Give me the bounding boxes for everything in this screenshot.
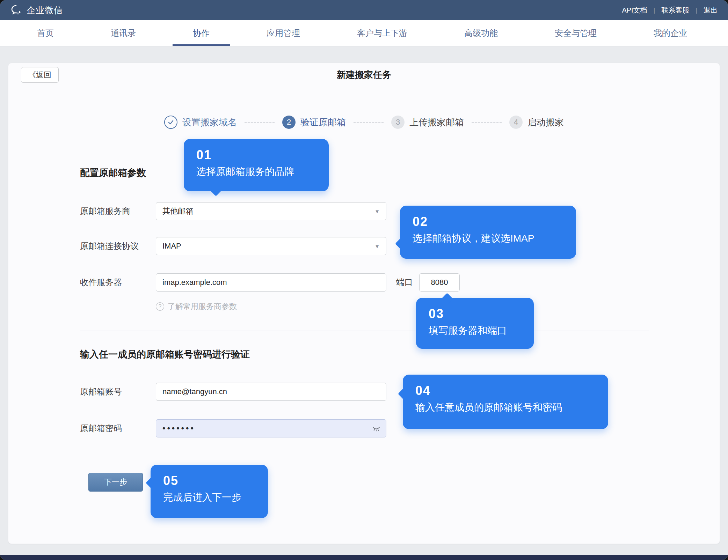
protocol-label: 原邮箱连接协议 [80, 241, 156, 252]
tooltip-02: 02 选择邮箱协议，建议选IMAP [400, 206, 576, 259]
step-1-check-icon [164, 116, 177, 129]
password-field-wrap [156, 419, 386, 437]
tooltip-text: 输入任意成员的原邮箱账号和密码 [415, 401, 596, 414]
port-label: 端口 [396, 277, 413, 288]
step-label: 上传搬家邮箱 [409, 116, 464, 128]
protocol-value: IMAP [162, 242, 181, 251]
chevron-down-icon: ▼ [374, 243, 380, 249]
tooltip-01: 01 选择原邮箱服务的品牌 [184, 139, 329, 191]
separator: | [696, 7, 697, 14]
provider-params-help[interactable]: ? 了解常用服务商参数 [156, 301, 237, 312]
password-visibility-icon[interactable] [372, 424, 381, 434]
logout-link[interactable]: 退出 [704, 6, 718, 15]
tab-home[interactable]: 首页 [17, 20, 74, 46]
account-row: 原邮箱账号 [80, 383, 386, 401]
account-label: 原邮箱账号 [80, 386, 156, 397]
server-input[interactable] [156, 273, 386, 292]
chevron-down-icon: ▼ [374, 208, 380, 214]
page-title: 新建搬家任务 [8, 69, 720, 81]
password-input[interactable] [156, 419, 386, 437]
account-input[interactable] [156, 383, 386, 401]
step-label: 验证原邮箱 [300, 116, 346, 128]
tooltip-text: 完成后进入下一步 [163, 491, 255, 504]
api-docs-link[interactable]: API文档 [622, 6, 647, 15]
port-input[interactable] [419, 273, 460, 292]
tab-customers[interactable]: 客户与上下游 [337, 20, 428, 46]
divider [80, 331, 649, 331]
step-2-number: 2 [282, 116, 296, 129]
divider [80, 458, 649, 458]
tab-security[interactable]: 安全与管理 [534, 20, 617, 46]
help-text: 了解常用服务商参数 [168, 301, 237, 312]
protocol-row: 原邮箱连接协议 IMAP ▼ [80, 237, 386, 255]
section-verify-title: 输入任一成员的原邮箱账号密码进行验证 [80, 348, 250, 361]
wecom-logo-icon [10, 4, 22, 16]
contact-support-link[interactable]: 联系客服 [661, 6, 689, 15]
provider-row: 原邮箱服务商 其他邮箱 ▼ [80, 202, 386, 220]
section-config-title: 配置原邮箱参数 [80, 167, 146, 179]
protocol-select[interactable]: IMAP ▼ [156, 237, 386, 255]
step-indicator: 设置搬家域名 2 验证原邮箱 3 上传搬家邮箱 4 启动搬家 [8, 116, 720, 129]
tab-app-management[interactable]: 应用管理 [246, 20, 320, 46]
tooltip-03: 03 填写服务器和端口 [416, 298, 534, 349]
step-4-start-migration: 4 启动搬家 [509, 116, 564, 129]
server-label: 收件服务器 [80, 277, 156, 288]
step-3-upload-mailboxes: 3 上传搬家邮箱 [391, 116, 464, 129]
main-nav: 首页 通讯录 协作 应用管理 客户与上下游 高级功能 安全与管理 我的企业 [0, 20, 728, 46]
tab-collaboration[interactable]: 协作 [173, 20, 230, 46]
step-3-number: 3 [391, 116, 405, 129]
topbar-links: API文档 | 联系客服 | 退出 [622, 6, 718, 15]
step-4-number: 4 [509, 116, 523, 129]
tooltip-05: 05 完成后进入下一步 [151, 465, 268, 518]
step-label: 设置搬家域名 [182, 116, 237, 128]
step-2-verify-mailbox: 2 验证原邮箱 [282, 116, 346, 129]
tooltip-number: 01 [196, 148, 316, 162]
separator: | [654, 7, 655, 14]
step-label: 启动搬家 [527, 116, 564, 128]
tab-advanced[interactable]: 高级功能 [444, 20, 518, 46]
tooltip-number: 05 [163, 474, 255, 488]
tooltip-number: 04 [415, 384, 596, 398]
tab-my-company[interactable]: 我的企业 [633, 20, 707, 46]
topbar: 企业微信 API文档 | 联系客服 | 退出 [0, 0, 728, 20]
brand-name: 企业微信 [27, 5, 63, 16]
tooltip-number: 03 [429, 307, 521, 321]
bottom-footer-strip [0, 555, 728, 560]
divider [80, 148, 649, 148]
step-connector [354, 122, 384, 123]
tooltip-number: 02 [413, 215, 563, 229]
migration-task-card: 《返回 新建搬家任务 设置搬家域名 2 验证原邮箱 3 上传搬家邮箱 [8, 63, 720, 544]
tooltip-text: 选择原邮箱服务的品牌 [196, 165, 316, 178]
step-connector [245, 122, 275, 123]
tab-contacts[interactable]: 通讯录 [90, 20, 156, 46]
next-step-button[interactable]: 下一步 [88, 473, 143, 492]
server-row: 收件服务器 端口 [80, 273, 460, 292]
tooltip-text: 填写服务器和端口 [429, 324, 521, 337]
provider-value: 其他邮箱 [162, 206, 193, 216]
provider-label: 原邮箱服务商 [80, 206, 156, 217]
step-1-set-domain: 设置搬家域名 [164, 116, 237, 129]
wecom-admin-screen: 企业微信 API文档 | 联系客服 | 退出 首页 通讯录 协作 应用管理 客户… [0, 0, 728, 560]
provider-select[interactable]: 其他邮箱 ▼ [156, 202, 386, 220]
tooltip-text: 选择邮箱协议，建议选IMAP [413, 232, 563, 245]
question-icon: ? [156, 302, 164, 311]
brand-link[interactable]: 企业微信 [10, 4, 63, 16]
card-header: 《返回 新建搬家任务 [8, 63, 720, 86]
step-connector [472, 122, 502, 123]
password-label: 原邮箱密码 [80, 423, 156, 434]
password-row: 原邮箱密码 [80, 419, 386, 437]
tooltip-04: 04 输入任意成员的原邮箱账号和密码 [403, 375, 608, 429]
